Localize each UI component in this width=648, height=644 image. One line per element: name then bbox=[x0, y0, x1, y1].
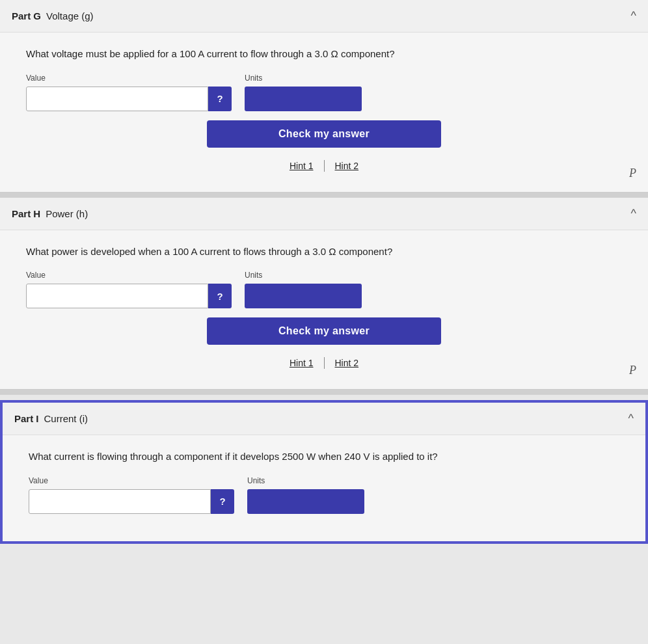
part-h-check-button[interactable]: Check my answer bbox=[207, 317, 441, 345]
separator-gh bbox=[0, 193, 648, 198]
part-g-section: Part G Voltage (g) ^ What voltage must b… bbox=[0, 0, 648, 193]
part-g-units-box[interactable] bbox=[245, 87, 362, 111]
part-i-value-group: Value ? bbox=[29, 476, 234, 514]
part-i-value-label: Value bbox=[29, 476, 234, 485]
part-h-units-group: Units bbox=[245, 271, 362, 308]
part-h-value-input[interactable] bbox=[26, 284, 208, 308]
part-h-hint1[interactable]: Hint 1 bbox=[279, 355, 324, 371]
part-i-label: Part I bbox=[14, 413, 39, 424]
part-h-question: What power is developed when a 100 A cur… bbox=[26, 245, 622, 260]
part-g-units-label: Units bbox=[245, 74, 362, 83]
part-g-title: Voltage (g) bbox=[46, 10, 94, 21]
separator-hi bbox=[0, 390, 648, 395]
part-i-value-wrapper: ? bbox=[29, 489, 234, 514]
part-i-input-row: Value ? Units bbox=[29, 476, 619, 514]
page-container: Part G Voltage (g) ^ What voltage must b… bbox=[0, 0, 648, 644]
part-h-units-box[interactable] bbox=[245, 284, 362, 308]
part-h-p-badge: P bbox=[629, 364, 636, 377]
part-g-value-wrapper: ? bbox=[26, 87, 232, 111]
part-i-question-btn[interactable]: ? bbox=[211, 489, 234, 514]
part-g-body: What voltage must be applied for a 100 A… bbox=[0, 33, 648, 192]
part-h-units-label: Units bbox=[245, 271, 362, 280]
part-g-check-button[interactable]: Check my answer bbox=[207, 120, 441, 148]
part-h-hint2[interactable]: Hint 2 bbox=[325, 355, 370, 371]
part-g-chevron: ^ bbox=[631, 9, 636, 23]
part-h-value-group: Value ? bbox=[26, 271, 232, 308]
part-h-body: What power is developed when a 100 A cur… bbox=[0, 230, 648, 390]
part-g-hints-row: Hint 1 Hint 2 bbox=[26, 158, 622, 174]
part-i-title: Current (i) bbox=[44, 413, 88, 424]
part-i-units-box[interactable] bbox=[247, 489, 364, 514]
part-i-header[interactable]: Part I Current (i) ^ bbox=[3, 403, 645, 435]
part-h-chevron: ^ bbox=[631, 207, 636, 221]
part-h-question-btn[interactable]: ? bbox=[208, 284, 232, 308]
part-g-input-row: Value ? Units bbox=[26, 74, 622, 111]
part-h-title: Power (h) bbox=[46, 208, 88, 219]
part-i-value-input[interactable] bbox=[29, 489, 211, 514]
part-i-wrapper: Part I Current (i) ^ What current is flo… bbox=[0, 400, 648, 544]
part-h-value-label: Value bbox=[26, 271, 232, 280]
part-h-hints-row: Hint 1 Hint 2 bbox=[26, 355, 622, 371]
part-h-label: Part H bbox=[12, 208, 40, 219]
part-i-chevron: ^ bbox=[628, 412, 634, 425]
part-h-input-row: Value ? Units bbox=[26, 271, 622, 308]
part-i-units-group: Units bbox=[247, 476, 364, 514]
part-i-body: What current is flowing through a compon… bbox=[3, 435, 645, 541]
part-g-label: Part G bbox=[12, 10, 41, 21]
part-g-units-group: Units bbox=[245, 74, 362, 111]
part-h-section: Part H Power (h) ^ What power is develop… bbox=[0, 198, 648, 390]
part-i-units-label: Units bbox=[247, 476, 364, 485]
part-g-question: What voltage must be applied for a 100 A… bbox=[26, 47, 622, 62]
part-g-hint2[interactable]: Hint 2 bbox=[325, 158, 370, 174]
part-g-header[interactable]: Part G Voltage (g) ^ bbox=[0, 0, 648, 33]
part-i-question: What current is flowing through a compon… bbox=[29, 449, 619, 464]
part-g-question-btn[interactable]: ? bbox=[208, 87, 232, 111]
part-h-header[interactable]: Part H Power (h) ^ bbox=[0, 198, 648, 230]
part-g-p-badge: P bbox=[629, 167, 636, 180]
part-g-value-group: Value ? bbox=[26, 74, 232, 111]
part-g-value-label: Value bbox=[26, 74, 232, 83]
part-i-section: Part I Current (i) ^ What current is flo… bbox=[1, 401, 647, 543]
part-h-value-wrapper: ? bbox=[26, 284, 232, 308]
part-g-hint1[interactable]: Hint 1 bbox=[279, 158, 324, 174]
part-g-value-input[interactable] bbox=[26, 87, 208, 111]
